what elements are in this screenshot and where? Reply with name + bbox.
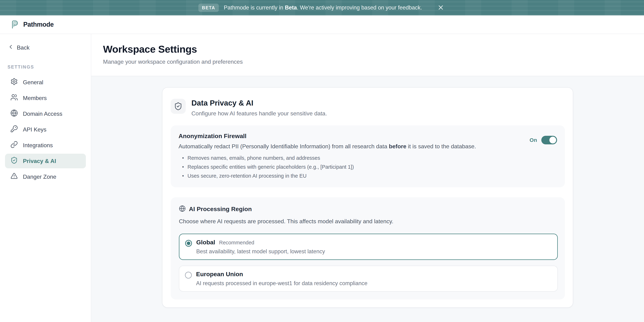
sidebar-item-label: Danger Zone (23, 174, 56, 180)
card-header: Data Privacy & AI Configure how AI featu… (171, 99, 565, 117)
back-label: Back (17, 44, 30, 51)
banner-message: Pathmode is currently in Beta. We're act… (224, 4, 422, 11)
firewall-text: Anonymization Firewall Automatically red… (178, 132, 530, 180)
sidebar-item-danger-zone[interactable]: Danger Zone (5, 170, 86, 184)
firewall-bullet: Replaces specific entities with generic … (181, 163, 530, 170)
page-header: Workspace Settings Manage your workspace… (91, 34, 644, 76)
settings-sidebar: Back SETTINGS General Members Domain A (0, 34, 91, 322)
toggle-state-label: On (530, 137, 537, 143)
toggle-knob (549, 137, 556, 144)
option-description: Best availability, latest model support,… (196, 248, 325, 255)
option-content: Global Recommended Best availability, la… (196, 239, 325, 255)
page-subtitle: Manage your workspace configuration and … (103, 58, 632, 65)
region-option-european-union[interactable]: European Union AI requests processed in … (179, 266, 558, 292)
beta-badge: BETA (198, 4, 219, 12)
option-label: Global (196, 239, 215, 246)
radio-selected-icon[interactable] (185, 240, 192, 247)
sidebar-item-members[interactable]: Members (5, 91, 86, 105)
link-icon (10, 141, 18, 150)
firewall-toggle[interactable] (541, 136, 557, 144)
shield-check-icon (10, 156, 18, 166)
option-content: European Union AI requests processed in … (196, 271, 368, 286)
settings-section-label: SETTINGS (8, 64, 86, 70)
warning-triangle-icon (10, 172, 18, 181)
region-header: AI Processing Region (179, 205, 558, 213)
privacy-ai-card: Data Privacy & AI Configure how AI featu… (162, 87, 573, 308)
brand-logo[interactable]: Pathmode (10, 20, 54, 29)
app-header: Pathmode (0, 16, 644, 34)
firewall-title: Anonymization Firewall (178, 132, 530, 140)
sidebar-item-label: API Keys (23, 126, 46, 133)
pathmode-logo-icon (10, 20, 20, 29)
option-recommended-badge: Recommended (219, 240, 254, 246)
anonymization-firewall-panel: Anonymization Firewall Automatically red… (171, 126, 565, 187)
sidebar-item-domain-access[interactable]: Domain Access (5, 106, 86, 121)
brand-name: Pathmode (23, 21, 54, 28)
shield-check-icon (171, 99, 186, 114)
region-title: AI Processing Region (189, 206, 252, 212)
beta-banner: BETA Pathmode is currently in Beta. We'r… (0, 0, 644, 16)
card-title: Data Privacy & AI (192, 99, 327, 107)
card-subtitle: Configure how AI features handle your se… (192, 110, 327, 117)
region-option-global[interactable]: Global Recommended Best availability, la… (179, 234, 558, 260)
region-description: Choose where AI requests are processed. … (179, 218, 558, 225)
sidebar-item-label: General (23, 79, 43, 86)
sidebar-item-label: Members (23, 95, 47, 102)
banner-close-button[interactable] (436, 3, 446, 12)
key-icon (10, 125, 18, 134)
sidebar-item-general[interactable]: General (5, 75, 86, 90)
sidebar-item-label: Domain Access (23, 110, 62, 117)
globe-icon (10, 109, 18, 118)
close-icon (437, 4, 444, 12)
option-description: AI requests processed in europe-west1 fo… (196, 280, 368, 286)
firewall-bullet-list: Removes names, emails, phone numbers, an… (181, 154, 530, 180)
firewall-bullet: Uses secure, zero-retention AI processin… (181, 172, 530, 180)
ai-processing-region-panel: AI Processing Region Choose where AI req… (171, 197, 565, 300)
users-icon (10, 94, 18, 102)
card-header-text: Data Privacy & AI Configure how AI featu… (192, 99, 327, 117)
main-content: Workspace Settings Manage your workspace… (91, 34, 644, 322)
firewall-toggle-group: On (530, 136, 557, 144)
globe-icon (179, 205, 186, 213)
sidebar-item-privacy-ai[interactable]: Privacy & AI (5, 154, 86, 168)
sidebar-item-api-keys[interactable]: API Keys (5, 122, 86, 137)
sidebar-item-label: Integrations (23, 142, 53, 149)
page-title: Workspace Settings (103, 43, 632, 55)
back-button[interactable]: Back (6, 42, 30, 53)
firewall-description: Automatically redact PII (Personally Ide… (178, 143, 530, 150)
option-label: European Union (196, 271, 243, 278)
firewall-bullet: Removes names, emails, phone numbers, an… (181, 154, 530, 162)
content-area: Data Privacy & AI Configure how AI featu… (91, 76, 644, 322)
sidebar-item-integrations[interactable]: Integrations (5, 138, 86, 152)
chevron-left-icon (8, 44, 14, 52)
radio-unselected-icon[interactable] (185, 272, 192, 278)
sidebar-item-label: Privacy & AI (23, 158, 56, 164)
gear-icon (10, 78, 18, 87)
